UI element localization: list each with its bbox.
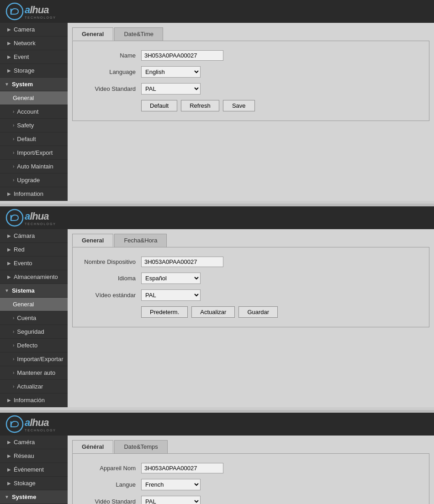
logo-text: alhua [25, 4, 48, 16]
sidebar-label: Cámara [14, 232, 35, 239]
panel-french: alhua TECHNOLOGY ▶Caméra▶Réseau▶Événemen… [0, 413, 434, 504]
sidebar-item-8[interactable]: ›Defecto [0, 339, 68, 352]
sidebar-label: Evento [14, 260, 32, 267]
tab-1[interactable]: Date&Time [114, 27, 163, 41]
sidebar-label: Importar/Exportar [17, 356, 63, 362]
arrow-icon: ▶ [7, 440, 11, 445]
form-select-1[interactable]: FrenchEnglishEspañol [141, 479, 201, 490]
logo-sub: TECHNOLOGY [25, 429, 56, 432]
sidebar: ▶Camera▶Network▶Event▶Storage▼SystemGene… [0, 23, 68, 201]
sidebar-item-11[interactable]: ›Upgrade [0, 173, 68, 187]
button-0[interactable]: Default [141, 100, 177, 111]
form-input-0[interactable] [141, 50, 223, 61]
sidebar-item-3[interactable]: ▶Stokage [0, 477, 68, 490]
sidebar-item-12[interactable]: ▶Información [0, 394, 68, 407]
arrow-icon: › [13, 384, 14, 389]
form-select-1[interactable]: EnglishFrenchSpanish [141, 66, 201, 78]
sidebar-label: Storage [14, 67, 35, 74]
button-2[interactable]: Save [223, 100, 255, 111]
logo-sub: TECHNOLOGY [25, 222, 56, 226]
sidebar-item-10[interactable]: ›Auto Maintain [0, 160, 68, 173]
sidebar-item-7[interactable]: ›Seguridad [0, 325, 68, 339]
sidebar-item-7[interactable]: ›Safety [0, 119, 68, 132]
sidebar-item-12[interactable]: ▶Information [0, 187, 68, 201]
form-select-1[interactable]: EspañolEnglishFrench [141, 273, 201, 284]
sidebar-item-6[interactable]: ›Cuenta [0, 311, 68, 325]
form-label-2: Vídeo estándar [82, 292, 141, 299]
sidebar-label: Default [17, 136, 36, 142]
sidebar-label: Auto Maintain [17, 163, 53, 170]
arrow-icon: ▶ [7, 27, 11, 32]
form-row-2: Vidéo StandardPALNTSC [82, 496, 420, 504]
sidebar-item-8[interactable]: ›Default [0, 132, 68, 146]
sidebar-item-3[interactable]: ▶Storage [0, 64, 68, 78]
sidebar-label: Événement [14, 466, 44, 473]
sidebar-label: Mantener auto [17, 369, 55, 376]
sidebar-label: Cuenta [17, 315, 36, 321]
sidebar-item-10[interactable]: ›Mantener auto [0, 366, 68, 380]
button-1[interactable]: Actualizar [191, 306, 235, 318]
form-row-0: Appareil Nom [82, 463, 420, 473]
arrow-icon: › [13, 150, 14, 155]
sidebar-item-0[interactable]: ▶Cámara [0, 229, 68, 243]
sidebar-item-2[interactable]: ▶Evento [0, 257, 68, 270]
form-select-2[interactable]: PALNTSC [141, 496, 201, 504]
sidebar-label: Red [14, 246, 25, 253]
logo-text: alhua [25, 417, 48, 428]
svg-point-4 [6, 416, 23, 432]
button-1[interactable]: Refresh [181, 100, 219, 111]
tab-1[interactable]: Date&Temps [114, 440, 167, 453]
sidebar-item-6[interactable]: ›Account [0, 105, 68, 119]
sidebar-item-11[interactable]: ›Actualizar [0, 380, 68, 394]
panel-english: alhua TECHNOLOGY ▶Camera▶Network▶Event▶S… [0, 0, 434, 201]
form-row-1: LangueFrenchEnglishEspañol [82, 479, 420, 490]
sidebar-item-2[interactable]: ▶Event [0, 50, 68, 64]
form-input-0[interactable] [141, 257, 223, 267]
sidebar-item-4[interactable]: ▼Sistema [0, 284, 68, 298]
header: alhua TECHNOLOGY [0, 0, 434, 23]
sidebar-item-2[interactable]: ▶Événement [0, 463, 68, 477]
sidebar-label: General [13, 94, 34, 101]
sidebar-item-3[interactable]: ▶Almacenamiento [0, 270, 68, 284]
sidebar-item-1[interactable]: ▶Red [0, 243, 68, 257]
sidebar-label: Defecto [17, 342, 37, 349]
sidebar-item-4[interactable]: ▼System [0, 78, 68, 91]
sidebar-label: Seguridad [17, 328, 44, 335]
svg-point-2 [6, 210, 23, 226]
sidebar-item-4[interactable]: ▼Système [0, 490, 68, 504]
sidebar-item-5[interactable]: General [0, 298, 68, 311]
form-select-2[interactable]: PALNTSC [141, 83, 201, 94]
form-label-0: Nombre Dispositivo [82, 258, 141, 265]
svg-point-0 [6, 3, 23, 20]
arrow-icon: ▶ [7, 467, 11, 472]
header: alhua TECHNOLOGY [0, 413, 434, 436]
sidebar-label: Réseau [14, 452, 34, 459]
tab-1[interactable]: Fecha&Hora [114, 234, 167, 247]
arrow-icon: ▶ [7, 41, 11, 46]
tab-0[interactable]: General [72, 234, 113, 247]
sidebar-item-5[interactable]: General [0, 91, 68, 105]
form-select-2[interactable]: PALNTSC [141, 289, 201, 301]
sidebar: ▶Cámara▶Red▶Evento▶Almacenamiento▼Sistem… [0, 229, 68, 407]
sidebar-item-9[interactable]: ›Importar/Exportar [0, 352, 68, 366]
sidebar-label: Almacenamiento [14, 273, 58, 280]
sidebar-label: System [12, 81, 33, 88]
sidebar-item-9[interactable]: ›Import/Export [0, 146, 68, 160]
sidebar-item-1[interactable]: ▶Réseau [0, 449, 68, 463]
form-label-1: Language [82, 68, 141, 75]
header: alhua TECHNOLOGY [0, 206, 434, 229]
button-0[interactable]: Predeterm. [141, 306, 188, 318]
button-2[interactable]: Guardar [238, 306, 278, 318]
sidebar-item-0[interactable]: ▶Camera [0, 23, 68, 37]
tab-0[interactable]: Général [72, 440, 113, 453]
sidebar-item-0[interactable]: ▶Caméra [0, 436, 68, 449]
tab-0[interactable]: General [72, 27, 113, 41]
form-input-0[interactable] [141, 463, 223, 473]
sidebar-item-1[interactable]: ▶Network [0, 37, 68, 50]
arrow-icon: ▶ [7, 481, 11, 486]
form-label-1: Langue [82, 481, 141, 488]
dahua-logo: alhua TECHNOLOGY [5, 414, 56, 434]
dahua-logo: alhua TECHNOLOGY [5, 208, 56, 228]
arrow-icon: › [13, 357, 14, 362]
sidebar-label: Event [14, 53, 29, 60]
